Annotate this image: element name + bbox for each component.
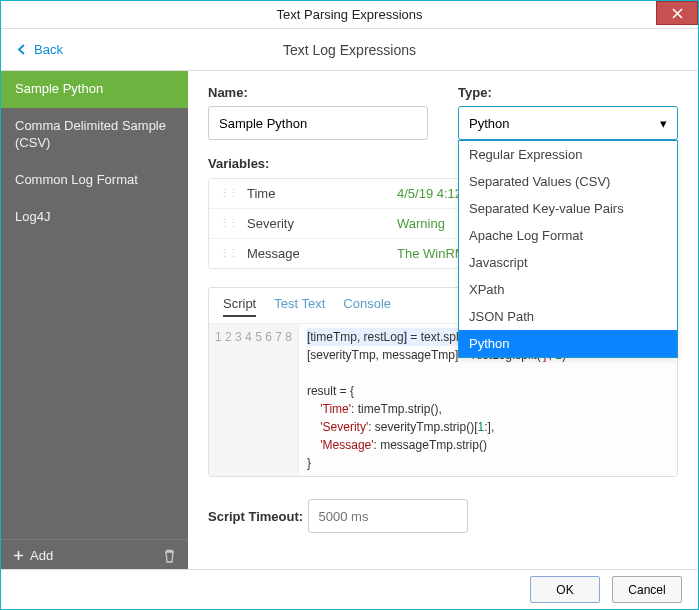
type-option-apache[interactable]: Apache Log Format bbox=[459, 222, 677, 249]
ok-button[interactable]: OK bbox=[530, 576, 600, 603]
add-button[interactable]: Add bbox=[13, 548, 163, 563]
variables-label: Variables: bbox=[208, 156, 269, 171]
type-option-js[interactable]: Javascript bbox=[459, 249, 677, 276]
title-bar: Text Parsing Expressions bbox=[1, 1, 698, 29]
back-label: Back bbox=[34, 42, 63, 57]
dialog-footer: OK Cancel bbox=[1, 569, 698, 609]
type-option-kvp[interactable]: Separated Key-value Pairs bbox=[459, 195, 677, 222]
trash-icon bbox=[163, 549, 176, 563]
sidebar-item-common-log[interactable]: Common Log Format bbox=[1, 162, 188, 199]
sidebar-item-sample-python[interactable]: Sample Python bbox=[1, 71, 188, 108]
close-icon bbox=[672, 8, 683, 19]
sub-header: Back Text Log Expressions bbox=[1, 29, 698, 71]
type-label: Type: bbox=[458, 85, 678, 100]
script-timeout-section: Script Timeout: bbox=[208, 493, 678, 533]
type-option-csv[interactable]: Separated Values (CSV) bbox=[459, 168, 677, 195]
type-option-jsonpath[interactable]: JSON Path bbox=[459, 303, 677, 330]
tab-console[interactable]: Console bbox=[343, 296, 391, 317]
tab-script[interactable]: Script bbox=[223, 296, 256, 317]
chevron-down-icon: ▾ bbox=[660, 116, 667, 131]
window-title: Text Parsing Expressions bbox=[277, 7, 423, 22]
script-timeout-label: Script Timeout: bbox=[208, 509, 303, 524]
sidebar-item-csv[interactable]: Comma Delimited Sample (CSV) bbox=[1, 108, 188, 162]
type-option-xpath[interactable]: XPath bbox=[459, 276, 677, 303]
body-area: Sample Python Comma Delimited Sample (CS… bbox=[1, 71, 698, 571]
cancel-button[interactable]: Cancel bbox=[612, 576, 682, 603]
sub-title: Text Log Expressions bbox=[283, 42, 416, 58]
type-field-group: Type: Python ▾ Regular Expression Separa… bbox=[458, 85, 678, 140]
type-option-regex[interactable]: Regular Expression bbox=[459, 141, 677, 168]
delete-button[interactable] bbox=[163, 549, 176, 563]
variable-name: Message bbox=[247, 246, 387, 261]
close-button[interactable] bbox=[656, 1, 698, 25]
type-option-python[interactable]: Python bbox=[459, 330, 677, 357]
main-panel: Name: Type: Python ▾ Regular Expression … bbox=[188, 71, 698, 571]
back-arrow-icon bbox=[17, 44, 28, 55]
variable-name: Severity bbox=[247, 216, 387, 231]
back-link[interactable]: Back bbox=[17, 42, 63, 57]
type-select[interactable]: Python ▾ bbox=[458, 106, 678, 140]
script-timeout-input[interactable] bbox=[308, 499, 468, 533]
sidebar-item-log4j[interactable]: Log4J bbox=[1, 199, 188, 236]
drag-handle-icon[interactable]: ⋮⋮ bbox=[219, 217, 237, 230]
name-input[interactable] bbox=[208, 106, 428, 140]
dialog-window: Text Parsing Expressions Back Text Log E… bbox=[0, 0, 699, 610]
sidebar: Sample Python Comma Delimited Sample (CS… bbox=[1, 71, 188, 571]
type-selected-value: Python bbox=[469, 116, 509, 131]
add-label: Add bbox=[30, 548, 53, 563]
variable-value: Warning bbox=[397, 216, 445, 231]
top-fields-row: Name: Type: Python ▾ Regular Expression … bbox=[208, 85, 678, 140]
drag-handle-icon[interactable]: ⋮⋮ bbox=[219, 247, 237, 260]
type-dropdown: Regular Expression Separated Values (CSV… bbox=[458, 140, 678, 358]
name-label: Name: bbox=[208, 85, 428, 100]
variable-name: Time bbox=[247, 186, 387, 201]
code-gutter: 1 2 3 4 5 6 7 8 bbox=[209, 324, 299, 476]
sidebar-footer: Add bbox=[1, 539, 188, 571]
drag-handle-icon[interactable]: ⋮⋮ bbox=[219, 187, 237, 200]
plus-icon bbox=[13, 550, 24, 561]
name-field-group: Name: bbox=[208, 85, 428, 140]
tab-test-text[interactable]: Test Text bbox=[274, 296, 325, 317]
